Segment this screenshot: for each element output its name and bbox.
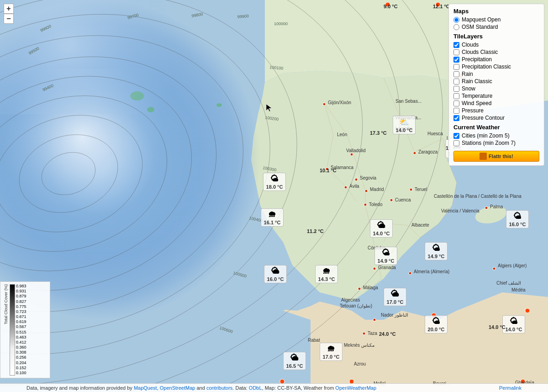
weather-temp: 16.0 °C xyxy=(509,222,526,227)
map-options: Mapquest OpenOSM Standard xyxy=(453,16,539,30)
legend-value: 0.463 xyxy=(16,335,26,340)
checkbox-label-snow: Snow xyxy=(462,85,475,92)
zoom-controls: + − xyxy=(4,4,14,24)
checkbox-label-pressure_contour: Pressure Contour xyxy=(462,115,505,121)
checkbox-rain_classic[interactable] xyxy=(453,79,459,85)
footer-permalink[interactable]: Permalink xyxy=(499,385,522,391)
radio-osm[interactable] xyxy=(453,24,459,30)
weather-marker-m11[interactable]: 🌤14.9 °C xyxy=(425,242,448,260)
weather-marker-m7[interactable]: 🌧17.0 °C xyxy=(320,343,342,361)
weather-temp: 20.0 °C xyxy=(428,327,445,332)
footer-link-contributors[interactable]: contributors xyxy=(206,385,232,391)
checkbox-item-wind_speed[interactable]: Wind Speed xyxy=(453,100,539,106)
radio-label-mapquest: Mapquest Open xyxy=(462,16,501,23)
radio-label-osm: OSM Standard xyxy=(462,24,498,30)
footer-link-osm[interactable]: OpenStreetMap xyxy=(160,385,195,391)
legend-value: 0.152 xyxy=(16,366,26,371)
weather-marker-m8[interactable]: 🌥14.0 °C xyxy=(370,219,393,238)
checkbox-snow[interactable] xyxy=(453,86,459,92)
zoom-out-button[interactable]: − xyxy=(4,14,14,24)
checkbox-item-precipitation[interactable]: Precipitation xyxy=(453,56,539,63)
map-container[interactable]: + − 🌤18.0 °C🌧16.1 °C🌥16.0 °C🌥16.5 °C⛅14.… xyxy=(0,0,548,392)
checkbox-cw-cities[interactable] xyxy=(453,133,459,139)
temp-label-0: 9.0 °C xyxy=(384,4,398,9)
checkbox-label-precipitation_classic: Precipitation Classic xyxy=(462,64,511,70)
current-weather-layers-group: Cities (min Zoom 5)Stations (min Zoom 7) xyxy=(453,132,539,146)
legend-value: 0.879 xyxy=(16,294,26,299)
weather-temp: 14.9 °C xyxy=(378,258,395,264)
weather-marker-m3[interactable]: 🌥16.0 °C xyxy=(264,265,287,283)
checkbox-item-cw-stations[interactable]: Stations (min Zoom 7) xyxy=(453,140,539,146)
checkbox-item-temperature[interactable]: Temperature xyxy=(453,93,539,99)
weather-icon: 🌧 xyxy=(317,266,336,276)
legend-value: 0.723 xyxy=(16,310,26,314)
weather-marker-m2[interactable]: 🌧16.1 °C xyxy=(261,208,284,227)
legend-value: 0.100 xyxy=(16,371,26,376)
temp-label-6: 11.2 °C xyxy=(307,228,324,234)
checkbox-label-rain_classic: Rain Classic xyxy=(462,78,492,85)
checkbox-wind_speed[interactable] xyxy=(453,101,459,106)
checkbox-item-snow[interactable]: Snow xyxy=(453,85,539,92)
zoom-in-button[interactable]: + xyxy=(4,4,14,14)
radio-mapquest[interactable] xyxy=(453,17,459,23)
weather-icon: 🌥 xyxy=(285,353,304,363)
checkbox-label-cw-stations: Stations (min Zoom 7) xyxy=(462,140,516,146)
legend-value: 0.256 xyxy=(16,355,26,360)
weather-icon: 🌥 xyxy=(266,266,285,276)
weather-marker-m1[interactable]: 🌤18.0 °C xyxy=(263,173,286,191)
checkbox-item-precipitation_classic[interactable]: Precipitation Classic xyxy=(453,64,539,70)
weather-icon: 🌧 xyxy=(322,344,340,354)
weather-icon: 🌧 xyxy=(263,210,281,219)
footer-link-odbl[interactable]: ODbL xyxy=(249,385,262,391)
flattr-button[interactable]: Flattr this! xyxy=(453,151,539,162)
temp-label-8: 24.0 °C xyxy=(379,331,396,337)
radio-item-mapquest[interactable]: Mapquest Open xyxy=(453,16,539,23)
legend-value: 0.204 xyxy=(16,361,26,366)
weather-marker-m14[interactable]: 🌤14.0 °C xyxy=(502,315,525,334)
checkbox-precipitation[interactable] xyxy=(453,57,459,63)
checkbox-item-pressure_contour[interactable]: Pressure Contour xyxy=(453,115,539,121)
temp-label-1: 12.1 °C xyxy=(433,4,450,9)
radio-item-osm[interactable]: OSM Standard xyxy=(453,24,539,30)
weather-marker-m5[interactable]: ⛅14.0 °C xyxy=(393,116,416,134)
right-panel: Maps Mapquest OpenOSM Standard TileLayer… xyxy=(448,4,544,166)
checkbox-item-cw-cities[interactable]: Cities (min Zoom 5) xyxy=(453,132,539,139)
checkbox-pressure_contour[interactable] xyxy=(453,115,459,121)
weather-marker-m6[interactable]: 🌧14.3 °C xyxy=(315,265,338,283)
weather-temp: 14.0 °C xyxy=(396,127,413,133)
weather-temp: 17.0 °C xyxy=(323,354,340,360)
checkbox-pressure[interactable] xyxy=(453,108,459,114)
weather-icon: 🌤 xyxy=(265,174,284,184)
weather-marker-m12[interactable]: 🌤16.0 °C xyxy=(506,210,529,228)
legend-content: Total Cloud Cover (%) 0.9830.9310.8790.8… xyxy=(3,284,47,376)
checkbox-rain[interactable] xyxy=(453,71,459,77)
checkbox-precipitation_classic[interactable] xyxy=(453,64,459,70)
legend-labels: 0.9830.9310.8790.8270.7750.7230.6710.619… xyxy=(16,284,26,376)
legend-value: 0.775 xyxy=(16,305,26,309)
weather-marker-m4[interactable]: 🌥16.5 °C xyxy=(283,352,306,370)
weather-icon: ⛅ xyxy=(395,117,413,127)
weather-marker-m15[interactable]: 🌤14.9 °C xyxy=(374,247,397,265)
checkbox-item-clouds[interactable]: Clouds xyxy=(453,42,539,48)
checkbox-clouds_classic[interactable] xyxy=(453,49,459,55)
checkbox-clouds[interactable] xyxy=(453,42,459,48)
weather-marker-m10[interactable]: 🌤20.0 °C xyxy=(425,315,448,334)
legend-value: 0.515 xyxy=(16,330,26,335)
checkbox-item-rain_classic[interactable]: Rain Classic xyxy=(453,78,539,85)
checkbox-label-clouds_classic: Clouds Classic xyxy=(462,49,498,55)
weather-marker-m9[interactable]: 🌥17.0 °C xyxy=(384,288,406,306)
footer: Data, imagery and map information provid… xyxy=(0,383,548,392)
checkbox-cw-stations[interactable] xyxy=(453,140,459,146)
footer-link-owm[interactable]: OpenWeatherMap xyxy=(335,385,376,391)
weather-temp: 14.9 °C xyxy=(428,254,445,259)
footer-link-mapquest[interactable]: MapQuest xyxy=(134,385,157,391)
weather-icon: 🌤 xyxy=(508,212,527,221)
weather-temp: 16.0 °C xyxy=(267,276,284,282)
checkbox-item-clouds_classic[interactable]: Clouds Classic xyxy=(453,49,539,55)
checkbox-temperature[interactable] xyxy=(453,93,459,99)
weather-temp: 16.5 °C xyxy=(286,363,303,369)
checkbox-item-rain[interactable]: Rain xyxy=(453,71,539,77)
legend-value: 0.827 xyxy=(16,300,26,304)
checkbox-item-pressure[interactable]: Pressure xyxy=(453,107,539,114)
temp-label-7: 14.0 °C xyxy=(489,324,506,330)
